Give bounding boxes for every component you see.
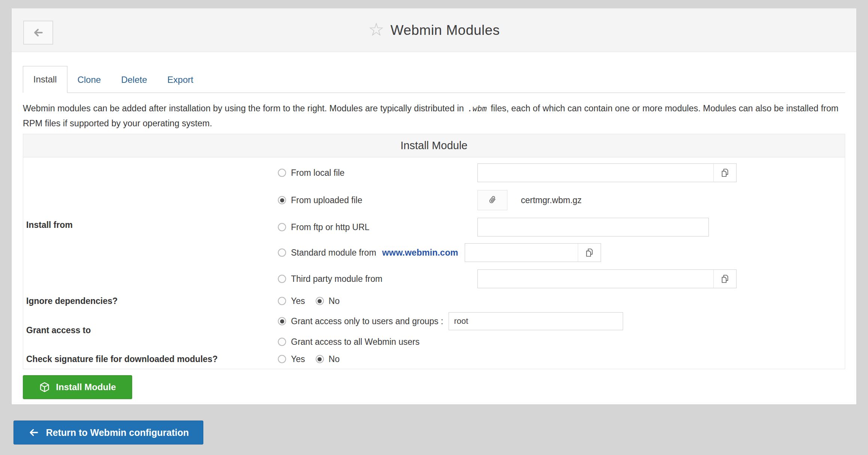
radio-ignore-yes-label: Yes [291,296,305,306]
third-party-chooser-button[interactable] [713,269,737,288]
upload-file-button[interactable] [477,190,507,210]
radio-third-party[interactable] [278,275,286,283]
radio-third-party-label: Third party module from [291,274,382,284]
radio-signature-yes-label: Yes [291,354,305,364]
radio-ftp-url[interactable] [278,223,286,231]
grant-users-input[interactable] [449,312,623,330]
tab-delete[interactable]: Delete [111,67,157,93]
option-local-file: From local file [278,157,845,186]
intro-before: Webmin modules can be added after instal… [23,103,466,113]
ftp-url-input[interactable] [477,218,709,236]
module-chooser-icon [585,248,594,257]
radio-grant-all[interactable] [278,338,286,346]
radio-uploaded-file[interactable] [278,196,286,204]
back-arrow-icon [32,27,45,38]
file-chooser-icon [720,168,730,178]
radio-grant-users-label: Grant access only to users and groups : [291,316,443,326]
content-card: ☆ Webmin Modules Install Clone Delete Ex… [11,8,857,405]
cube-icon [39,382,50,393]
radio-signature-no[interactable] [316,355,324,363]
uploaded-filename: certmgr.wbm.gz [521,195,582,205]
ignore-dependencies-label: Ignore dependencies? [23,292,278,310]
back-button[interactable] [23,21,53,45]
ignore-dependencies-row: Ignore dependencies? Yes No [23,292,845,310]
tab-install[interactable]: Install [23,66,67,93]
radio-ignore-yes[interactable] [278,297,286,305]
option-grant-all: Grant access to all Webmin users [278,333,845,351]
radio-uploaded-file-label: From uploaded file [291,195,362,205]
return-arrow-icon [28,427,39,438]
grant-access-row: Grant access to Grant access only to use… [23,310,845,351]
radio-standard-module-label: Standard module from [291,248,376,258]
option-standard-module: Standard module from www.webmin.com [278,240,845,265]
radio-ftp-url-label: From ftp or http URL [291,222,370,232]
grant-access-label: Grant access to [23,310,278,351]
check-signature-label: Check signature file for downloaded modu… [23,351,278,367]
install-module-panel: Install Module Install from From local f… [23,134,845,369]
option-third-party: Third party module from [278,265,845,292]
radio-signature-yes[interactable] [278,355,286,363]
radio-grant-all-label: Grant access to all Webmin users [291,337,419,347]
radio-local-file[interactable] [278,169,286,177]
tab-bar: Install Clone Delete Export [23,66,845,93]
return-button-label: Return to Webmin configuration [46,427,189,438]
radio-ignore-no[interactable] [316,297,324,305]
option-ftp-url: From ftp or http URL [278,214,845,240]
wbm-extension-code: .wbm [466,104,488,113]
page-title-text: Webmin Modules [391,22,500,38]
third-party-chooser-icon [720,274,730,284]
return-to-webmin-config-button[interactable]: Return to Webmin configuration [13,421,203,445]
option-grant-users: Grant access only to users and groups : [278,310,845,333]
radio-local-file-label: From local file [291,168,345,178]
radio-standard-module[interactable] [278,248,286,257]
tab-clone[interactable]: Clone [67,67,111,93]
paperclip-icon [487,195,498,205]
option-uploaded-file: From uploaded file certmgr.wbm.gz [278,186,845,214]
standard-module-chooser-button[interactable] [578,243,601,262]
favorite-star-icon[interactable]: ☆ [368,21,385,39]
intro-text: Webmin modules can be added after instal… [23,101,845,131]
local-file-input[interactable] [477,163,713,182]
radio-ignore-no-label: No [329,296,340,306]
page-header: ☆ Webmin Modules [12,9,856,52]
page-title: ☆ Webmin Modules [368,22,500,39]
check-signature-row: Check signature file for downloaded modu… [23,351,845,369]
webmin-com-link[interactable]: www.webmin.com [382,248,458,258]
install-from-label: Install from [23,157,278,292]
panel-title: Install Module [23,134,845,157]
third-party-input[interactable] [477,269,713,288]
radio-grant-users[interactable] [278,317,286,325]
local-file-chooser-button[interactable] [713,163,737,182]
standard-module-input[interactable] [465,243,578,262]
install-module-button-label: Install Module [56,382,116,392]
radio-signature-no-label: No [329,354,340,364]
install-from-row: Install from From local file [23,157,845,292]
tab-export[interactable]: Export [157,67,203,93]
install-module-button[interactable]: Install Module [23,375,132,399]
